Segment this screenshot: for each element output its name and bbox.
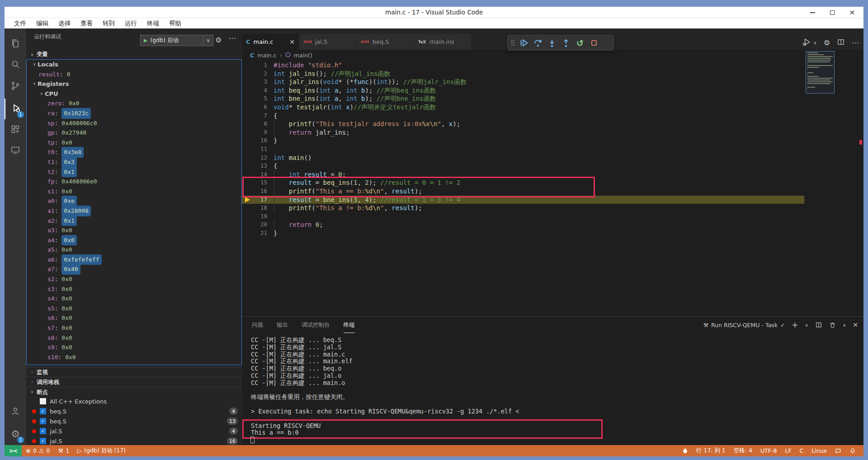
tab-jal.S[interactable]: ASMjal.S [299, 34, 357, 50]
code-line[interactable]: 13{ [242, 162, 805, 170]
panel-tab-问题[interactable]: 问题 [252, 317, 263, 333]
variable-row[interactable]: s7: 0x0 [27, 323, 241, 333]
variable-row[interactable]: a3: 0x0 [27, 225, 241, 235]
code-line[interactable]: 19 [242, 212, 805, 221]
variable-row[interactable]: s3: 0x0 [27, 284, 241, 294]
code-line[interactable]: 7{ [242, 112, 805, 120]
gear-icon[interactable]: ⚙ [824, 38, 830, 47]
breakpoint-checkbox[interactable]: ✓ [40, 438, 46, 444]
activity-search[interactable] [5, 55, 26, 76]
breadcrumb-symbol[interactable]: main() [294, 52, 312, 59]
tasks-status[interactable]: ⚒ 1 [54, 445, 73, 456]
feedback-icon[interactable] [831, 445, 845, 456]
variable-row[interactable]: ra: 0x1023c [27, 108, 241, 118]
variable-row[interactable]: a6: 0xfefefeff [27, 255, 241, 265]
variable-row[interactable]: gp: 0x27940 [27, 128, 241, 138]
breakpoint-row[interactable]: ✓jal.S16 [26, 436, 242, 445]
panel-tab-输出[interactable]: 输出 [277, 317, 288, 333]
tree-row[interactable]: ∨Registers [27, 79, 241, 89]
code-line[interactable]: 12int main() [242, 154, 805, 162]
code-line[interactable]: 4int beq_ins(int a, int b); //声明beq_ins函… [242, 86, 805, 95]
breakpoint-row[interactable]: ✓jal.S4 [26, 426, 242, 436]
chevron-down-icon[interactable]: ∨ [813, 40, 816, 45]
breakpoint-row[interactable]: ✓beq.S13 [26, 416, 242, 426]
tree-row[interactable]: ∨CPU [27, 89, 241, 99]
breakpoint-row[interactable]: ✓beq.S4 [26, 406, 242, 416]
menu-item[interactable]: 转到 [98, 19, 120, 28]
minimize-button[interactable] [809, 9, 816, 16]
activity-source-control[interactable] [5, 76, 26, 97]
remote-indicator[interactable]: >< [5, 445, 22, 456]
more-actions-icon[interactable]: ⋯ [229, 34, 236, 42]
variable-row[interactable]: a4: 0x0 [27, 235, 241, 245]
variable-row[interactable]: s11: 0x0 [27, 362, 241, 365]
panel-tab-调试控制台[interactable]: 调试控制台 [302, 317, 330, 333]
split-terminal-icon[interactable] [815, 321, 822, 329]
activity-run-debug[interactable]: 1 [5, 99, 26, 119]
indentation[interactable]: 空格: 4 [730, 445, 756, 456]
code-line[interactable]: 8 printf("This testjalr address is:0x%x\… [242, 120, 805, 128]
panel-tab-终端[interactable]: 终端 [344, 317, 355, 333]
breakpoint-checkbox[interactable]: ✓ [40, 418, 46, 424]
variable-row[interactable]: s1: 0x0 [27, 187, 241, 197]
launch-config-select[interactable]: ▶ (gdb) 启动 ∨ [140, 35, 213, 46]
variable-row[interactable]: s9: 0x0 [27, 343, 241, 352]
variable-row[interactable]: zero: 0x0 [27, 99, 241, 108]
variable-row[interactable]: a2: 0x1 [27, 216, 241, 226]
tab-main.c[interactable]: Cmain.c✕ [242, 34, 299, 50]
trash-icon[interactable] [829, 322, 836, 329]
variable-row[interactable]: t1: 0x3 [27, 157, 241, 167]
run-or-debug-icon[interactable] [802, 38, 811, 48]
debug-session-status[interactable]: ▷ (gdb) 启动 (17) [73, 445, 130, 456]
maximize-panel-icon[interactable]: ∧ [843, 323, 846, 328]
tab-main.ins[interactable]: TeXmain.ins [414, 34, 472, 50]
breakpoint-row[interactable]: All C++ Exceptions [26, 396, 242, 406]
split-editor-icon[interactable] [837, 38, 845, 48]
code-line[interactable]: 20 return 0; [242, 221, 805, 229]
variable-row[interactable]: sp: 0x408006c0 [27, 118, 241, 128]
activity-explorer[interactable] [5, 34, 26, 55]
debug-settings-gear-icon[interactable]: ⚙ [215, 36, 222, 44]
variable-row[interactable]: fp: 0x408006e0 [27, 177, 241, 187]
os-indicator[interactable]: Linux [807, 445, 831, 456]
variable-row[interactable]: a7: 0x40 [27, 264, 241, 274]
close-button[interactable]: ✕ [849, 9, 855, 16]
terminal-task-item[interactable]: ⚒ Run RISCV-QEMU - Task ✓ [703, 322, 785, 329]
activity-remote-explorer[interactable] [5, 141, 26, 161]
breadcrumb-file[interactable]: main.c [258, 52, 277, 59]
variable-row[interactable]: s10: 0x0 [27, 352, 241, 362]
maximize-button[interactable] [829, 9, 835, 16]
activity-settings[interactable]: ⚙ 1 [5, 424, 26, 445]
breakpoints-section-header[interactable]: ∨ 断点 [26, 387, 242, 397]
code-lines[interactable]: 1#include "stdio.h"2int jal_ins(); //声明j… [242, 61, 805, 237]
code-line[interactable]: 10} [242, 136, 805, 145]
menu-item[interactable]: 运行 [120, 19, 142, 28]
variables-tree[interactable]: ∨Localsresult: 0∨Registers∨CPUzero: 0x0r… [26, 59, 242, 365]
menu-item[interactable]: 选择 [53, 19, 75, 28]
eol[interactable]: LF [781, 445, 795, 456]
code-line[interactable]: 5int bne_ins(int a, int b); //声明bne_ins函… [242, 94, 805, 103]
step-out-button[interactable] [560, 37, 572, 49]
menu-item[interactable]: 编辑 [31, 19, 53, 28]
watch-section-header[interactable]: › 监视 [26, 367, 242, 377]
breakpoint-checkbox[interactable]: ✓ [40, 428, 46, 434]
breakpoint-checkbox[interactable] [40, 398, 46, 404]
breakpoint-checkbox[interactable]: ✓ [40, 408, 46, 414]
menu-item[interactable]: 文件 [9, 19, 31, 28]
code-line[interactable]: 11 [242, 145, 805, 154]
step-into-button[interactable] [546, 37, 558, 49]
flame-status-icon[interactable] [678, 445, 692, 456]
code-line[interactable]: 6void* testjalr(int x)//声明并定义testjalr函数 [242, 103, 805, 112]
variables-section-header[interactable]: ∨ 变量 [26, 50, 242, 59]
stop-button[interactable] [588, 37, 600, 49]
variable-row[interactable]: t0: 0x3e8 [27, 147, 241, 157]
activity-accounts[interactable] [5, 402, 26, 422]
close-icon[interactable]: ✕ [289, 38, 295, 46]
tab-beq.S[interactable]: ASMbeq.S [357, 34, 414, 50]
problems-status[interactable]: ⊗ 0 ⚠ 0 [22, 445, 54, 456]
restart-button[interactable]: ↺ [574, 37, 586, 49]
variable-row[interactable]: s8: 0x0 [27, 333, 241, 343]
variable-row[interactable]: t2: 0x1 [27, 167, 241, 177]
step-over-button[interactable] [532, 37, 544, 49]
code-line[interactable]: 1#include "stdio.h" [242, 61, 805, 70]
